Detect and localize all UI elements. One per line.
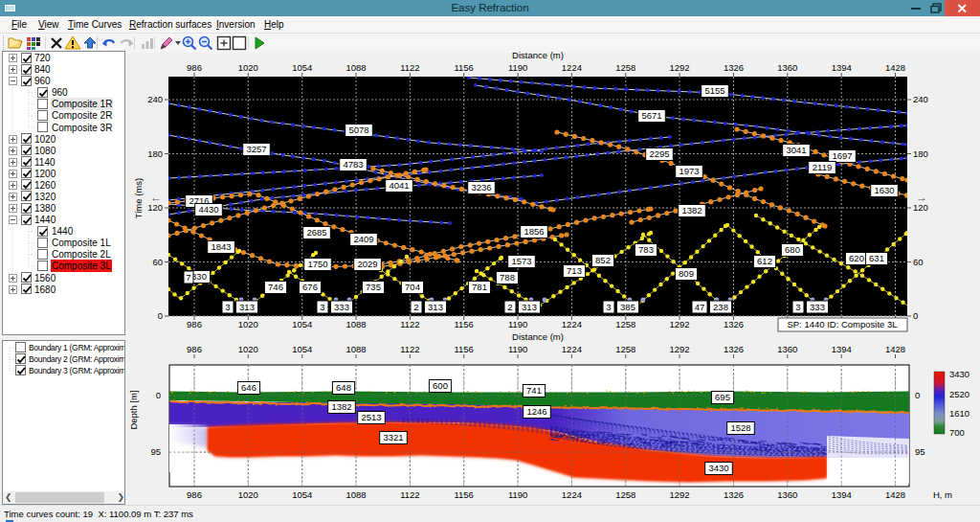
svg-text:646: 646 [241, 382, 256, 393]
svg-text:1326: 1326 [724, 344, 744, 354]
svg-text:95: 95 [915, 446, 925, 457]
svg-text:1610: 1610 [949, 408, 969, 419]
svg-text:1360: 1360 [777, 344, 797, 354]
svg-text:95: 95 [150, 446, 161, 457]
svg-text:1224: 1224 [562, 489, 582, 500]
svg-text:700: 700 [949, 427, 965, 438]
svg-text:1122: 1122 [400, 344, 419, 354]
svg-text:1428: 1428 [885, 489, 905, 500]
svg-text:648: 648 [336, 382, 351, 393]
svg-text:1020: 1020 [238, 489, 258, 500]
svg-text:1292: 1292 [670, 489, 690, 500]
svg-text:3321: 3321 [383, 432, 403, 443]
svg-text:1428: 1428 [885, 344, 905, 354]
svg-text:986: 986 [187, 489, 202, 500]
svg-text:1122: 1122 [400, 489, 419, 500]
svg-text:1156: 1156 [454, 489, 473, 500]
svg-text:3430: 3430 [708, 463, 728, 473]
svg-text:986: 986 [187, 344, 202, 354]
svg-text:3430: 3430 [949, 369, 969, 379]
svg-text:0: 0 [156, 390, 161, 400]
svg-text:1382: 1382 [331, 401, 351, 412]
svg-text:1394: 1394 [832, 489, 852, 500]
svg-text:1088: 1088 [345, 489, 366, 500]
svg-text:1246: 1246 [526, 406, 546, 417]
svg-text:Distance (m): Distance (m) [512, 331, 564, 342]
svg-text:1394: 1394 [832, 344, 852, 354]
svg-text:741: 741 [526, 385, 542, 396]
svg-text:1258: 1258 [615, 489, 635, 500]
svg-text:1156: 1156 [454, 344, 473, 354]
svg-text:1190: 1190 [508, 489, 527, 500]
svg-text:1020: 1020 [238, 344, 258, 354]
svg-text:1088: 1088 [345, 344, 366, 354]
svg-text:1528: 1528 [730, 422, 750, 433]
svg-text:1326: 1326 [724, 489, 744, 500]
svg-text:2520: 2520 [949, 389, 969, 399]
svg-text:1054: 1054 [292, 344, 312, 354]
svg-text:1054: 1054 [292, 489, 312, 500]
svg-text:H, m: H, m [933, 489, 952, 500]
svg-text:1292: 1292 [670, 344, 690, 354]
svg-text:600: 600 [433, 380, 448, 391]
svg-text:1190: 1190 [508, 344, 527, 354]
svg-text:2513: 2513 [361, 412, 381, 422]
svg-text:1258: 1258 [615, 344, 635, 354]
svg-text:0: 0 [915, 390, 920, 400]
svg-text:1224: 1224 [562, 344, 582, 354]
svg-text:1360: 1360 [777, 489, 797, 500]
svg-text:Depth [m]: Depth [m] [128, 390, 139, 429]
svg-text:695: 695 [715, 392, 730, 402]
